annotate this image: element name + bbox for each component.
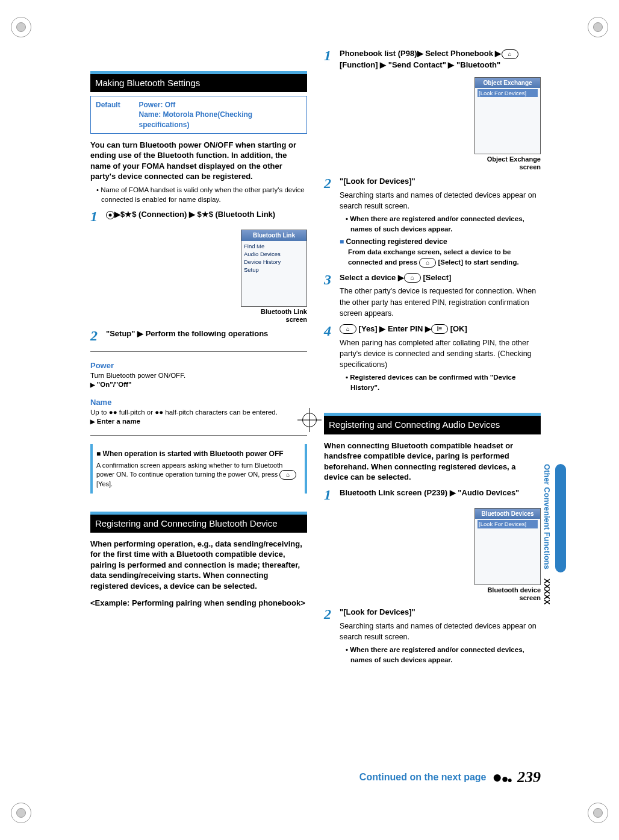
bluetooth-link-screenshot-wrap: Bluetooth Link Find Me Audio Devices Dev… <box>90 226 307 324</box>
ok-key-icon: i≡ <box>431 324 448 334</box>
r-step-3-body: Select a device ▶⌂ [Select] The other pa… <box>340 272 541 319</box>
a-step-2-heading: "[Look for Devices]" <box>340 607 415 616</box>
bluetooth-off-note: When operation is started with Bluetooth… <box>90 444 307 494</box>
shot1-line2: Audio Devices <box>244 251 281 257</box>
side-tab-label: Other Convenient Functions <box>543 464 552 569</box>
foma-name-note: Name of FOMA handset is valid only when … <box>96 186 307 204</box>
page-number: 239 <box>517 768 541 786</box>
shot2-title: Object Exchange <box>475 78 540 89</box>
a-step-2-number: 2 <box>324 607 340 667</box>
a-step-1-body: Bluetooth Link screen (P239) ▶ "Audio De… <box>340 487 541 502</box>
r-step-1-text-a: Phonebook list (P98)▶ Select Phonebook ▶ <box>340 49 502 58</box>
name-desc: Up to ●● full-pitch or ●● half-pitch cha… <box>90 408 307 418</box>
r-step-3: 3 Select a device ▶⌂ [Select] The other … <box>324 272 541 319</box>
left-column: Making Bluetooth Settings Default Power:… <box>90 48 307 670</box>
audio-devices-intro: When connecting Bluetooth compatible hea… <box>324 440 541 483</box>
r-step-2-number: 2 <box>324 176 340 267</box>
connecting-registered-device-body: From data exchange screen, select a devi… <box>348 247 541 268</box>
registering-device-intro: When performing operation, e.g., data se… <box>90 539 307 592</box>
step-1-body: ▶$★$ (Connection) ▶ $★$ (Bluetooth Link) <box>106 209 307 224</box>
registration-mark-top-right <box>588 17 608 37</box>
shot3-line1: [Look For Devices] <box>477 520 538 528</box>
note-body: A confirmation screen appears asking whe… <box>96 461 301 489</box>
yes-key-icon: ⌂ <box>340 324 356 334</box>
shot3-title: Bluetooth Devices <box>475 509 540 519</box>
function-key-icon: ⌂ <box>502 49 518 59</box>
bluetooth-link-screenshot: Bluetooth Link Find Me Audio Devices Dev… <box>241 230 307 307</box>
bluetooth-devices-screenshot-wrap: Bluetooth Devices [Look For Devices] Blu… <box>324 504 541 602</box>
r-step-3-text-a: Select a device ▶ <box>340 273 404 282</box>
section-making-bluetooth-settings: Making Bluetooth Settings <box>90 71 307 92</box>
page-content: Making Bluetooth Settings Default Power:… <box>90 48 542 670</box>
r-step-2-body: "[Look for Devices]" Searching starts an… <box>340 176 541 267</box>
shot2-caption: Object Exchange screen <box>474 155 541 171</box>
a-step-2-bullet: When there are registered and/or connect… <box>346 645 541 665</box>
divider-2 <box>90 435 307 436</box>
object-exchange-screenshot: Object Exchange [Look For Devices] <box>474 77 541 154</box>
note-body-a: A confirmation screen appears asking whe… <box>96 462 282 478</box>
example-label: <Example: Performing pairing when sendin… <box>90 598 307 609</box>
step-1-number: 1 <box>90 209 106 224</box>
step-2: 2 "Setup" ▶ Perform the following operat… <box>90 328 307 343</box>
a-step-1: 1 Bluetooth Link screen (P239) ▶ "Audio … <box>324 487 541 502</box>
r-step-4-text-b: [OK] <box>448 324 467 333</box>
r-step-1-body: Phonebook list (P98)▶ Select Phonebook ▶… <box>340 48 541 71</box>
r-step-2-bullet: When there are registered and/or connect… <box>346 214 541 234</box>
power-heading: Power <box>90 360 307 371</box>
r-step-2: 2 "[Look for Devices]" Searching starts … <box>324 176 541 267</box>
r-step-2-text: Searching starts and names of detected d… <box>340 190 541 212</box>
name-heading: Name <box>90 397 307 408</box>
a-step-2-body: "[Look for Devices]" Searching starts an… <box>340 607 541 667</box>
step-2-number: 2 <box>90 328 106 343</box>
shot1-caption: Bluetooth Link screen <box>241 308 307 324</box>
continued-label: Continued on the next page <box>359 772 487 783</box>
r-step-1-text-b: [Function] ▶ "Send Contact" ▶ "Bluetooth… <box>340 60 500 69</box>
connecting-registered-device-heading: Connecting registered device <box>340 237 541 247</box>
shot1-line1: Find Me <box>244 243 264 249</box>
note-body-b: [Yes]. <box>96 480 113 487</box>
shot3-caption: Bluetooth device screen <box>474 586 541 602</box>
registration-mark-bottom-left <box>11 803 31 823</box>
bluetooth-devices-screenshot: Bluetooth Devices [Look For Devices] <box>474 508 541 585</box>
default-name-line: Name: Motorola Phone(Checking specificat… <box>139 110 253 128</box>
center-button-icon <box>106 211 114 219</box>
r-step-4: 4 ⌂ [Yes] ▶ Enter PIN ▶i≡ [OK] When pari… <box>324 324 541 395</box>
side-tab-pill <box>555 464 566 572</box>
power-options: "On"/"Off" <box>90 380 307 390</box>
r-step-1-number: 1 <box>324 48 340 71</box>
default-value-cell: Power: Off Name: Motorola Phone(Checking… <box>134 96 307 134</box>
name-options: Enter a name <box>90 417 307 427</box>
step-1-text-b: $★$ (Bluetooth Link) <box>195 210 275 219</box>
page-footer: Continued on the next page ●●● 239 <box>90 768 541 787</box>
r-step-4-body: ⌂ [Yes] ▶ Enter PIN ▶i≡ [OK] When paring… <box>340 324 541 395</box>
r-step-3-desc: The other party's device is requested fo… <box>340 286 541 318</box>
a-step-1-number: 1 <box>324 487 340 502</box>
a-step-2-desc: Searching starts and names of detected d… <box>340 621 541 642</box>
r-step-4-text-a: [Yes] ▶ Enter PIN ▶ <box>356 324 431 333</box>
note-heading: When operation is started with Bluetooth… <box>96 449 301 459</box>
section-registering-device: Registering and Connecting Bluetooth Dev… <box>90 512 307 533</box>
shot1-line4: Setup <box>244 266 259 273</box>
r-step-3-number: 3 <box>324 272 340 319</box>
divider-1 <box>90 351 307 352</box>
r-step-1: 1 Phonebook list (P98)▶ Select Phonebook… <box>324 48 541 71</box>
connecting-body-b: [Select] to start sending. <box>436 259 518 266</box>
power-desc: Turn Bluetooth power ON/OFF. <box>90 371 307 381</box>
r-step-3-text-b: [Select] <box>421 273 452 282</box>
bluetooth-note-list: Name of FOMA handset is valid only when … <box>96 186 307 204</box>
r-step-4-desc: When paring has completed after collatin… <box>340 337 541 370</box>
right-column: 1 Phonebook list (P98)▶ Select Phonebook… <box>324 48 541 670</box>
default-power-line: Power: Off <box>139 101 176 109</box>
soft-key-icon: ⌂ <box>279 470 296 480</box>
select-key-icon-2: ⌂ <box>404 273 421 283</box>
object-exchange-screenshot-wrap: Object Exchange [Look For Devices] Objec… <box>324 74 541 171</box>
continued-dots-icon: ●●● <box>493 768 511 787</box>
step-1-text-a: $★$ (Connection) <box>120 210 189 219</box>
default-label-cell: Default <box>91 96 134 134</box>
select-key-icon: ⌂ <box>419 258 436 268</box>
default-settings-table: Default Power: Off Name: Motorola Phone(… <box>90 96 307 134</box>
r-step-2-heading: "[Look for Devices]" <box>340 177 415 186</box>
side-xxxxx-label: XXXXX <box>543 578 552 604</box>
step-2-body: "Setup" ▶ Perform the following operatio… <box>106 328 307 343</box>
bluetooth-settings-intro: You can turn Bluetooth power ON/OFF when… <box>90 140 307 182</box>
